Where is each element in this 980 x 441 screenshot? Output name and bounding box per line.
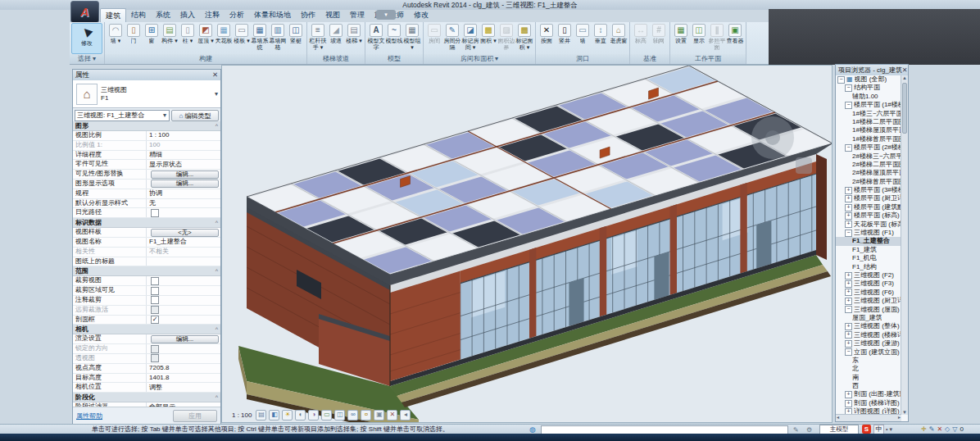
tree-item[interactable]: F1_机电 xyxy=(836,254,901,262)
tree-item[interactable]: +楼层平面 (3#楼梯详图) xyxy=(836,186,901,194)
property-value[interactable]: 协调 xyxy=(149,189,162,198)
property-section-阶段化[interactable]: 阶段化^ xyxy=(73,393,220,402)
ribbon-button-area[interactable]: ▩面积 ▾ xyxy=(479,23,497,54)
tree-item[interactable]: +三维视图 (F6) xyxy=(836,289,901,297)
rendering-dialog-icon[interactable]: ◑ xyxy=(308,410,319,421)
property-edit-button[interactable]: 编辑... xyxy=(151,170,219,179)
close-icon[interactable]: ✕ xyxy=(212,70,218,80)
collapse-icon[interactable]: ^ xyxy=(216,393,218,402)
tree-item[interactable]: +剖面 (楼梯详图) xyxy=(836,399,901,407)
scrollbar-thumb[interactable] xyxy=(902,83,907,134)
property-value[interactable]: 精细 xyxy=(149,151,162,159)
tree-item[interactable]: +三维视图 (厨卫详图) xyxy=(836,297,901,305)
vertical-scrollbar[interactable]: ▲▼ xyxy=(901,75,908,415)
expand-node-icon[interactable]: + xyxy=(845,391,852,398)
expand-node-icon[interactable]: + xyxy=(845,220,852,228)
expand-node-icon[interactable]: + xyxy=(845,272,852,280)
ribbon-tab-插入[interactable]: 插入 xyxy=(175,8,200,22)
property-value[interactable]: 1401.8 xyxy=(149,374,169,382)
exclude-options-icon[interactable]: ✕ xyxy=(937,425,942,433)
collapse-node-icon[interactable]: − xyxy=(845,144,852,152)
tree-item[interactable]: −楼层平面 (1#楼梯详图) xyxy=(836,101,901,109)
tree-item[interactable]: +楼层平面 (标高) xyxy=(836,211,901,220)
ribbon-tab-管理[interactable]: 管理 xyxy=(345,8,370,22)
property-section-图形[interactable]: 图形^ xyxy=(73,121,220,131)
tree-item[interactable]: +三维视图 (楼梯详图) xyxy=(836,331,901,339)
expand-node-icon[interactable]: + xyxy=(845,340,852,348)
property-value[interactable]: 调整 xyxy=(149,384,162,392)
property-edit-button[interactable]: 编辑... xyxy=(151,335,219,343)
ribbon-button-dormer-opening[interactable]: ⌂老虎窗 xyxy=(610,23,628,54)
analysis-icon[interactable]: ✕ xyxy=(387,410,397,421)
chevron-down-icon[interactable]: ▾ xyxy=(212,90,220,98)
ribbon-button-room-separator[interactable]: ✎房间分隔 xyxy=(443,23,461,54)
property-section-范围[interactable]: 范围^ xyxy=(73,266,220,276)
reveal-hidden-icon[interactable]: ¤ xyxy=(361,410,371,421)
edit-type-button[interactable]: ⌂ 编辑类型 xyxy=(171,110,219,121)
ribbon-button-wall-opening[interactable]: ▭墙 xyxy=(574,23,592,54)
crop-view-icon[interactable]: ▭ xyxy=(321,410,332,421)
tree-item[interactable]: 1#楼三~六层平面 xyxy=(836,110,901,118)
worksets-icon[interactable]: ✛ xyxy=(921,425,927,433)
type-selector[interactable]: ⌂ 三维视图 F1 ▾ xyxy=(73,80,220,108)
ribbon-display-toggle-icon[interactable]: ▾ xyxy=(376,10,396,20)
ribbon-button-ceiling[interactable]: ▦天花板 xyxy=(215,23,233,54)
tree-item[interactable]: 北 xyxy=(836,365,901,373)
apply-button[interactable]: 应用 xyxy=(173,410,217,422)
ribbon-button-stair[interactable]: ▤楼梯 ▾ xyxy=(345,23,363,54)
tree-item[interactable]: +三维视图 (漫游) xyxy=(836,339,901,348)
property-checkbox[interactable] xyxy=(151,287,159,295)
ribbon-button-model-text[interactable]: A模型文字 xyxy=(367,23,385,54)
sogou-ime-icon[interactable]: S xyxy=(862,425,871,434)
tree-item[interactable]: +楼层平面 (建筑默认) xyxy=(836,203,901,211)
ribbon-button-window[interactable]: ⊞窗 xyxy=(143,23,161,54)
tree-item[interactable]: 东 xyxy=(836,357,901,365)
scroll-left-icon[interactable]: ◂ xyxy=(837,415,839,421)
property-checkbox[interactable] xyxy=(151,296,159,304)
expand-node-icon[interactable]: + xyxy=(845,298,852,305)
ribbon-tab-分析[interactable]: 分析 xyxy=(225,8,249,22)
ribbon-button-wall[interactable]: ◠墙 ▾ xyxy=(107,23,125,54)
tree-item[interactable]: +三维视图 (整体) xyxy=(836,322,901,330)
collapse-node-icon[interactable]: − xyxy=(845,348,852,356)
property-checkbox[interactable] xyxy=(151,277,159,285)
ribbon-button-opening-by-face[interactable]: ✕按面 xyxy=(538,23,556,54)
filter-icon[interactable]: ▽ xyxy=(952,425,957,433)
ribbon-tab-视图[interactable]: 视图 xyxy=(320,8,345,22)
tree-item[interactable]: −楼层平面 (2#楼梯详图) xyxy=(836,143,901,152)
show-crop-icon[interactable]: ◫ xyxy=(334,410,345,421)
collapse-node-icon[interactable]: − xyxy=(845,230,852,237)
ribbon-button-viewer[interactable]: ▣查看器 xyxy=(726,23,744,54)
ribbon-button-show-work-plane[interactable]: ◫显示 xyxy=(690,23,708,54)
tree-item[interactable]: 1#楼梯二层平面图 xyxy=(836,118,901,126)
ribbon-tab-注释[interactable]: 注释 xyxy=(200,8,225,22)
property-value[interactable]: 不相关 xyxy=(149,248,169,256)
collapse-node-icon[interactable]: − xyxy=(837,76,845,84)
ime-toolbar-icon[interactable]: • ▾ xyxy=(886,425,892,434)
tree-item[interactable]: −三维视图 (屋面) xyxy=(836,306,901,314)
properties-help-link[interactable]: 属性帮助 xyxy=(76,411,102,421)
instance-selector-dropdown[interactable]: 三维视图: F1_土建整合 ▾ xyxy=(75,110,170,121)
press-drag-icon[interactable]: ◇ xyxy=(945,425,950,433)
temporary-view-properties-icon[interactable]: ▣ xyxy=(374,410,384,421)
collapse-icon[interactable]: ^ xyxy=(216,121,218,130)
collapse-icon[interactable]: ◂ xyxy=(400,410,411,421)
ribbon-tab-建筑[interactable]: 建筑 xyxy=(100,8,126,22)
sun-path-icon[interactable]: ☀ xyxy=(282,410,293,421)
ribbon-button-tag-room[interactable]: ◪标记房间 ▾ xyxy=(461,23,479,54)
drawing-area[interactable]: 1 : 100 ▤◧☀◐◑▭◫∞¤▣✕◂ xyxy=(221,65,833,423)
tree-item[interactable]: −结构平面 xyxy=(836,84,901,92)
tree-item[interactable]: F1_建筑 xyxy=(836,246,901,254)
horizontal-scrollbar[interactable]: ◂▸ xyxy=(836,414,901,421)
tree-item[interactable]: 1#楼梯屋顶层平面 xyxy=(836,126,901,134)
ribbon-button-roof[interactable]: ◩屋顶 ▾ xyxy=(197,23,215,54)
tree-item[interactable]: 2#楼梯屋顶层平面 xyxy=(836,169,901,177)
ribbon-button-vertical-opening[interactable]: ↕垂直 xyxy=(592,23,610,54)
tree-item[interactable]: −▦视图 (全部) xyxy=(836,75,901,84)
tree-item[interactable]: 屋面_建筑 xyxy=(836,314,901,322)
property-value[interactable]: 无 xyxy=(149,199,156,207)
ribbon-button-shaft-opening[interactable]: ▯竖井 xyxy=(556,23,574,54)
tree-item[interactable]: 2#楼梯首层平面图 xyxy=(836,178,901,186)
app-menu-button[interactable]: A xyxy=(70,1,99,23)
expand-node-icon[interactable]: + xyxy=(845,195,852,202)
